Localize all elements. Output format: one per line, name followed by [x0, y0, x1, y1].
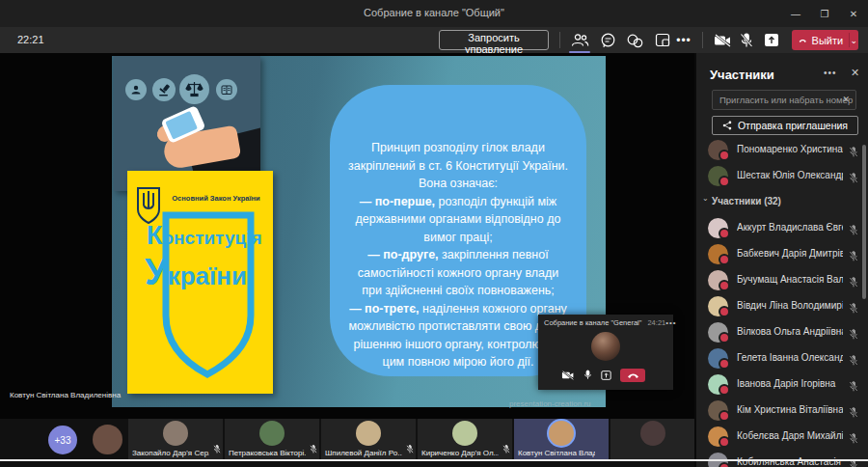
- video-tile[interactable]: Петраковська Вікторі...: [225, 419, 319, 460]
- leave-label: Выйти: [812, 35, 844, 46]
- mic-off-icon: [849, 326, 858, 343]
- participant-name: Кобелєва Даря Михайлівна: [737, 430, 843, 441]
- video-tile[interactable]: Шпилевой Даніїл Ро...: [321, 419, 416, 460]
- teams-meeting-window: Собрание в канале "Общий" — ❐ ✕ 22:21 За…: [0, 0, 868, 467]
- pip-mic-icon[interactable]: [583, 367, 592, 384]
- presentation-slide: Основний Закон України Конституція Украї…: [112, 56, 606, 407]
- participant-row[interactable]: Вівдич Ліна Володимирівна: [696, 293, 868, 319]
- mic-off-icon: [310, 440, 317, 457]
- tile-name: Шпилевой Даніїл Ро...: [325, 449, 402, 457]
- pip-hangup-button[interactable]: [620, 369, 645, 382]
- more-options-icon[interactable]: •••: [672, 30, 695, 50]
- mic-off-icon: [849, 274, 858, 291]
- video-tile[interactable]: [610, 419, 694, 460]
- participant-name: Бучумащ Анастасія Валеріївна: [737, 274, 843, 285]
- collapse-chevron-icon: ⌄: [702, 194, 709, 203]
- participant-row[interactable]: Бабкевич Дарія Дмитрівна: [696, 241, 868, 267]
- law-book-icon: [216, 79, 237, 100]
- video-tile-active-speaker[interactable]: Ковтун Світлана Владисле...: [514, 419, 609, 460]
- mic-off-icon: [213, 440, 221, 457]
- participant-row[interactable]: Гелета Іванна Олександрівна: [696, 345, 868, 371]
- gavel-icon: [152, 78, 176, 101]
- mic-off-icon: [502, 440, 510, 457]
- hangup-icon: [627, 372, 639, 378]
- share-invite-icon: [722, 121, 732, 130]
- book-subtitle: Основний Закон України: [164, 194, 268, 203]
- mic-off-icon[interactable]: [735, 30, 758, 50]
- chat-icon[interactable]: [596, 30, 619, 50]
- avatar: [259, 421, 285, 446]
- avatar: [708, 166, 728, 186]
- avatar: [356, 421, 381, 446]
- participant-row[interactable]: Пономаренко Христина Оле...: [696, 137, 868, 163]
- overflow-count-badge[interactable]: +33: [48, 426, 77, 454]
- participant-row[interactable]: Бучумащ Анастасія Валеріївна: [696, 267, 868, 293]
- leave-button[interactable]: Выйти ⌄: [792, 30, 858, 50]
- video-tile[interactable]: Закопайло Дар'я Сер...: [128, 419, 223, 460]
- leave-chevron-icon[interactable]: ⌄: [850, 36, 858, 45]
- mic-off-icon: [849, 170, 858, 187]
- pip-title: Собрание в канале "General": [544, 318, 641, 327]
- panel-more-icon[interactable]: •••: [824, 68, 837, 78]
- participants-toggle-icon[interactable]: [568, 30, 591, 50]
- mic-off-icon: [849, 404, 858, 422]
- slide-watermark: presentation-creation.ru: [509, 399, 591, 408]
- book-title-line1: Конституція: [147, 221, 262, 251]
- participant-row[interactable]: Аккурт Владислава Євгенівна: [696, 215, 868, 241]
- presenter-name-label: Ковтун Світлана Владиленівна: [10, 391, 121, 399]
- pip-share-icon[interactable]: [601, 367, 611, 384]
- tryzub-emblem-icon: [136, 186, 161, 225]
- restore-icon[interactable]: ❐: [810, 0, 839, 27]
- avatar: [708, 140, 728, 160]
- close-icon[interactable]: ✕: [839, 0, 868, 27]
- invite-search-input[interactable]: Пригласить или набрать номер ✕: [712, 90, 856, 110]
- pip-call-window[interactable]: Собрание в канале "General" 24:21 •••: [538, 315, 673, 390]
- request-control-button[interactable]: Запросить управление: [439, 30, 549, 50]
- pip-timer: 24:21: [647, 318, 665, 327]
- tile-name: Петраковська Вікторі...: [229, 449, 306, 457]
- pip-more-icon[interactable]: •••: [665, 318, 676, 327]
- pip-controls: [561, 367, 645, 384]
- pip-header: Собрание в канале "General" 24:21 •••: [544, 318, 669, 327]
- avatar: [640, 421, 665, 446]
- panel-scrollbar[interactable]: [862, 145, 866, 299]
- avatar: [708, 322, 728, 343]
- video-tile[interactable]: Кириченко Дар'я Ол...: [418, 419, 512, 460]
- participant-name: Іванова Дарія Ігорівна: [737, 378, 843, 389]
- filmstrip-avatar[interactable]: [93, 425, 122, 454]
- avatar: [163, 421, 188, 446]
- camera-off-icon[interactable]: [711, 30, 734, 50]
- breakout-rooms-icon[interactable]: [651, 30, 674, 50]
- mic-off-icon: [849, 352, 858, 370]
- participant-name: Гелета Іванна Олександрівна: [737, 352, 843, 363]
- participant-row[interactable]: Кім Христина Віталіївна: [696, 398, 868, 424]
- search-placeholder: Пригласить или набрать номер: [719, 95, 853, 105]
- meeting-timer: 22:21: [17, 34, 44, 45]
- mic-off-icon: [849, 456, 858, 467]
- participant-row[interactable]: Вілкова Ольга Андріївна: [696, 319, 868, 345]
- clear-search-icon[interactable]: ✕: [842, 95, 850, 104]
- minimize-icon[interactable]: —: [781, 0, 810, 27]
- mic-off-icon: [849, 222, 858, 239]
- slide-text: Принцип розподілу гілок влади закріплени…: [346, 139, 570, 371]
- pip-camera-off-icon[interactable]: [561, 367, 575, 384]
- participant-row[interactable]: Іванова Дарія Ігорівна: [696, 371, 868, 398]
- bottom-separator-line: [0, 459, 868, 461]
- reactions-icon[interactable]: [623, 30, 646, 50]
- participant-row[interactable]: Кобелєва Даря Михайлівна: [696, 424, 868, 450]
- share-screen-icon[interactable]: [760, 30, 783, 50]
- participant-name: Шестак Юлія Олександрівна: [737, 170, 843, 180]
- participant-row[interactable]: Шестак Юлія Олександрівна: [696, 163, 868, 189]
- participants-section-header[interactable]: ⌄ Участники (32): [696, 189, 868, 215]
- participant-name: Пономаренко Христина Оле...: [737, 144, 843, 154]
- avatar: [708, 374, 728, 395]
- mic-off-icon: [849, 248, 858, 265]
- participant-name: Вівдич Ліна Володимирівна: [737, 300, 843, 311]
- scales-icon: [179, 74, 209, 104]
- participant-row[interactable]: Кобилянська Анастасія Миха...: [696, 450, 868, 467]
- panel-title: Участники: [710, 68, 774, 82]
- mic-off-icon: [849, 378, 858, 396]
- meeting-toolbar: 22:21 Запросить управление: [0, 27, 868, 53]
- panel-close-icon[interactable]: ✕: [851, 67, 859, 79]
- send-invite-button[interactable]: Отправка приглашения: [712, 116, 858, 135]
